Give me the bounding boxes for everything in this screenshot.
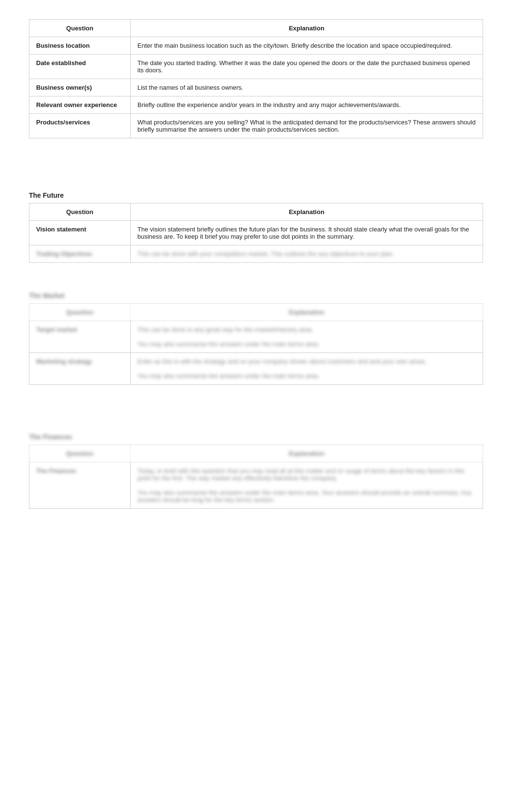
the-market-title: The Market	[29, 292, 483, 299]
table-row: Trading Objectives This can be done with…	[29, 245, 483, 263]
vision-statement-question: Vision statement	[29, 221, 131, 245]
vision-statement-explanation: The vision statement briefly outlines th…	[131, 221, 483, 245]
the-finances-section: The Finances Question Explanation The Fi…	[29, 433, 483, 509]
finances-col-header-question: Question	[29, 445, 131, 462]
table-row: Vision statement The vision statement br…	[29, 221, 483, 245]
table-row: Relevant owner experienceBriefly outline…	[29, 96, 483, 114]
finances-question: The Finances	[29, 462, 131, 509]
question-cell: Relevant owner experience	[29, 96, 131, 114]
marketing-strategy-explanation: Enter as this is with the strategy and o…	[131, 353, 483, 385]
col-header-explanation: Explanation	[131, 20, 483, 37]
market-table: Question Explanation Target market This …	[29, 303, 483, 385]
business-overview-section: Question Explanation Business locationEn…	[29, 19, 483, 138]
spacer-3	[29, 404, 483, 433]
target-market-question: Target market	[29, 321, 131, 353]
table-row: Business locationEnter the main business…	[29, 37, 483, 54]
spacer-2	[29, 263, 483, 292]
future-col-header-question: Question	[29, 203, 131, 221]
finances-col-header-explanation: Explanation	[131, 445, 483, 462]
business-overview-table: Question Explanation Business locationEn…	[29, 19, 483, 138]
table-row: Marketing strategy Enter as this is with…	[29, 353, 483, 385]
col-header-question: Question	[29, 20, 131, 37]
question-cell: Business location	[29, 37, 131, 54]
table-row: Target market This can be done to any gr…	[29, 321, 483, 353]
table-row: Date establishedThe date you started tra…	[29, 54, 483, 79]
explanation-cell: Enter the main business location such as…	[131, 37, 483, 54]
explanation-cell: What products/services are you selling? …	[131, 114, 483, 138]
future-table: Question Explanation Vision statement Th…	[29, 203, 483, 263]
finances-explanation: Today, in brief with this question that …	[131, 462, 483, 509]
the-market-section: The Market Question Explanation Target m…	[29, 292, 483, 385]
future-section-title: The Future	[29, 191, 483, 199]
question-cell: Business owner(s)	[29, 79, 131, 96]
explanation-cell: Briefly outline the experience and/or ye…	[131, 96, 483, 114]
spacer-1	[29, 158, 483, 187]
table-row: Business owner(s)List the names of all b…	[29, 79, 483, 96]
explanation-cell: List the names of all business owners.	[131, 79, 483, 96]
the-finances-title: The Finances	[29, 433, 483, 441]
explanation-cell: The date you started trading. Whether it…	[131, 54, 483, 79]
marketing-strategy-question: Marketing strategy	[29, 353, 131, 385]
future-section: The Future Question Explanation Vision s…	[29, 191, 483, 263]
trading-objectives-question: Trading Objectives	[29, 245, 131, 263]
market-col-header-question: Question	[29, 304, 131, 321]
future-col-header-explanation: Explanation	[131, 203, 483, 221]
question-cell: Date established	[29, 54, 131, 79]
table-row: The Finances Today, in brief with this q…	[29, 462, 483, 509]
finances-table: Question Explanation The Finances Today,…	[29, 445, 483, 509]
trading-objectives-explanation: This can be done with your competitors m…	[131, 245, 483, 263]
table-row: Products/servicesWhat products/services …	[29, 114, 483, 138]
target-market-explanation: This can be done to any great way for th…	[131, 321, 483, 353]
market-col-header-explanation: Explanation	[131, 304, 483, 321]
question-cell: Products/services	[29, 114, 131, 138]
